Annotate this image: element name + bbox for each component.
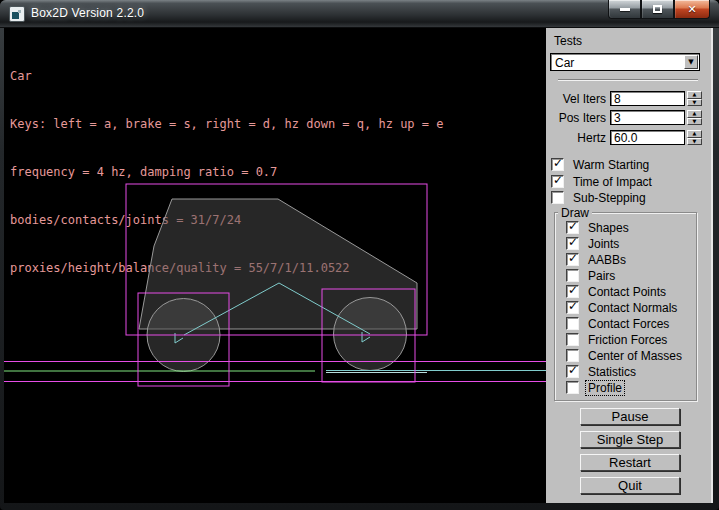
checkbox-label: Sub-Stepping bbox=[573, 191, 646, 205]
separator bbox=[558, 79, 698, 81]
quit-button[interactable]: Quit bbox=[580, 477, 680, 494]
hertz-input[interactable] bbox=[610, 130, 685, 145]
hertz-label: Hertz bbox=[546, 131, 606, 145]
checkbox-label: Warm Starting bbox=[573, 158, 649, 172]
control-panel: Tests Car ▼ Vel Iters ▲ ▼ Pos Iters bbox=[546, 28, 713, 503]
caption-buttons: ✕ bbox=[608, 0, 710, 19]
hertz-spinner-up[interactable]: ▲ bbox=[687, 130, 702, 138]
vel-iters-spinner-up[interactable]: ▲ bbox=[687, 91, 702, 99]
checkbox-label: AABBs bbox=[588, 253, 626, 267]
tests-label: Tests bbox=[554, 34, 582, 48]
checkbox-box[interactable]: ✓ bbox=[566, 301, 579, 314]
check-icon: ✓ bbox=[568, 235, 578, 249]
pause-button[interactable]: Pause bbox=[580, 408, 680, 425]
checkbox-box[interactable] bbox=[566, 317, 579, 330]
checkbox-label: Contact Normals bbox=[588, 301, 677, 315]
hertz-spinner: ▲ ▼ bbox=[687, 130, 702, 145]
checkbox-label: Center of Masses bbox=[588, 349, 682, 363]
checkbox-box[interactable]: ✓ bbox=[566, 285, 579, 298]
vel-iters-spinner: ▲ ▼ bbox=[687, 91, 702, 106]
checkbox-label: Friction Forces bbox=[588, 333, 667, 347]
pos-iters-spinner-up[interactable]: ▲ bbox=[687, 110, 702, 118]
checkbox-box[interactable]: ✓ bbox=[551, 175, 564, 188]
vel-iters-input[interactable] bbox=[610, 91, 685, 106]
close-icon: ✕ bbox=[687, 4, 696, 15]
checkbox-label: Statistics bbox=[588, 365, 636, 379]
checkbox-label: Joints bbox=[588, 237, 619, 251]
pos-iters-input[interactable] bbox=[610, 110, 685, 125]
checkbox-box[interactable] bbox=[566, 381, 579, 394]
check-icon: ✓ bbox=[568, 219, 578, 233]
vel-iters-label: Vel Iters bbox=[546, 92, 606, 106]
checkbox-label: Time of Impact bbox=[573, 175, 652, 189]
checkbox-label: Contact Points bbox=[588, 285, 666, 299]
checkbox-box[interactable]: ✓ bbox=[551, 158, 564, 171]
simulation-canvas[interactable]: Car Keys: left = a, brake = s, right = d… bbox=[4, 28, 546, 503]
pos-iters-spinner: ▲ ▼ bbox=[687, 110, 702, 125]
check-icon: ✓ bbox=[553, 156, 563, 170]
maximize-button[interactable] bbox=[641, 0, 674, 19]
titlebar[interactable]: Box2D Version 2.2.0 ✕ bbox=[0, 0, 719, 28]
app-window: Box2D Version 2.2.0 ✕ Car Keys: left = a… bbox=[0, 0, 719, 510]
vel-iters-spinner-down[interactable]: ▼ bbox=[687, 99, 702, 107]
arrow-up-icon: ▲ bbox=[693, 131, 697, 136]
app-icon-square bbox=[12, 12, 19, 19]
app-icon bbox=[9, 6, 25, 22]
tests-dropdown[interactable]: Car ▼ bbox=[550, 53, 700, 71]
minimize-icon bbox=[620, 8, 630, 11]
single-step-button[interactable]: Single Step bbox=[580, 431, 680, 448]
check-icon: ✓ bbox=[568, 299, 578, 313]
hertz-spinner-down[interactable]: ▼ bbox=[687, 138, 702, 146]
draw-group-title: Draw bbox=[558, 206, 592, 220]
arrow-down-icon: ▼ bbox=[693, 119, 697, 124]
checkbox-box[interactable] bbox=[566, 349, 579, 362]
chevron-down-icon: ▼ bbox=[688, 59, 693, 66]
checkbox-box[interactable] bbox=[566, 269, 579, 282]
client-area: Car Keys: left = a, brake = s, right = d… bbox=[4, 28, 713, 503]
check-icon: ✓ bbox=[568, 283, 578, 297]
arrow-down-icon: ▼ bbox=[693, 100, 697, 105]
window-title: Box2D Version 2.2.0 bbox=[31, 6, 144, 20]
checkbox-box[interactable] bbox=[566, 333, 579, 346]
physics-scene bbox=[4, 28, 546, 503]
checkbox-label: Profile bbox=[586, 381, 624, 395]
tests-dropdown-value: Car bbox=[555, 56, 574, 70]
checkbox-box[interactable] bbox=[551, 191, 564, 204]
close-button[interactable]: ✕ bbox=[674, 0, 710, 19]
arrow-up-icon: ▲ bbox=[693, 92, 697, 97]
checkbox-box[interactable]: ✓ bbox=[566, 253, 579, 266]
arrow-up-icon: ▲ bbox=[693, 111, 697, 116]
check-icon: ✓ bbox=[568, 251, 578, 265]
checkbox-label: Contact Forces bbox=[588, 317, 669, 331]
restart-button[interactable]: Restart bbox=[580, 454, 680, 471]
pos-iters-label: Pos Iters bbox=[546, 111, 606, 125]
arrow-down-icon: ▼ bbox=[693, 139, 697, 144]
checkbox-box[interactable]: ✓ bbox=[566, 365, 579, 378]
checkbox-label: Shapes bbox=[588, 221, 629, 235]
checkbox-box[interactable]: ✓ bbox=[566, 221, 579, 234]
check-icon: ✓ bbox=[568, 363, 578, 377]
maximize-icon bbox=[653, 5, 662, 13]
check-icon: ✓ bbox=[553, 173, 563, 187]
pos-iters-spinner-down[interactable]: ▼ bbox=[687, 118, 702, 126]
checkbox-box[interactable]: ✓ bbox=[566, 237, 579, 250]
checkbox-label: Pairs bbox=[588, 269, 615, 283]
app-icon-dot bbox=[18, 10, 21, 13]
tests-dropdown-button[interactable]: ▼ bbox=[684, 55, 698, 69]
minimize-button[interactable] bbox=[608, 0, 641, 19]
